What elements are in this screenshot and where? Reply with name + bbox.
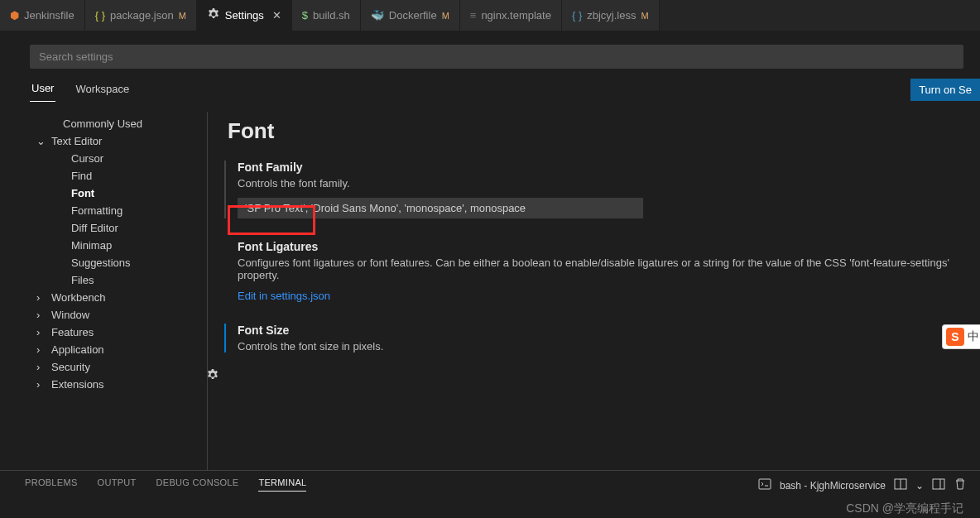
tab-settings[interactable]: Settings ✕ [197,0,292,31]
chevron-right-icon: › [36,291,48,304]
gear-icon [207,7,220,23]
tab-label: Settings [225,9,264,22]
setting-title: Font Size [238,324,980,337]
tab-dockerfile[interactable]: 🐳 Dockerfile M [361,0,460,31]
toc-extensions[interactable]: ›Extensions [30,376,207,393]
toc-suggestions[interactable]: Suggestions [30,254,207,271]
tab-nginx-template[interactable]: ≡ nginx.template [460,0,562,31]
chevron-down-icon[interactable]: ⌄ [915,480,924,492]
chevron-right-icon: › [36,343,48,356]
panel-tab-output[interactable]: OUTPUT [98,477,137,491]
toc-window[interactable]: ›Window [30,306,207,324]
json-icon: { } [95,9,105,22]
toc-files[interactable]: Files [30,271,207,289]
tab-label: zbjcyj.less [587,9,636,22]
modified-badge: M [442,11,449,21]
toc-security[interactable]: ›Security [30,358,207,376]
config-icon: ≡ [470,9,477,22]
toc-cursor[interactable]: Cursor [30,150,207,167]
chevron-down-icon: ⌄ [36,135,48,147]
chevron-right-icon: › [36,361,48,373]
modified-badge: M [179,11,186,21]
settings-toc[interactable]: Commonly Used ⌄Text Editor Cursor Find F… [30,112,208,489]
toc-commonly-used[interactable]: Commonly Used [30,115,207,132]
setting-title: Font Ligatures [238,240,980,253]
toc-minimap[interactable]: Minimap [30,237,207,254]
tab-label: package.json [110,9,174,22]
edit-in-settings-json-link[interactable]: Edit in settings.json [238,290,980,302]
split-terminal-icon[interactable] [894,477,907,493]
bottom-panel: PROBLEMS OUTPUT DEBUG CONSOLE TERMINAL b… [0,470,980,518]
setting-description: Controls the font size in pixels. [238,340,980,353]
settings-editor: User Workspace Turn on Se Commonly Used … [0,31,980,489]
font-family-input[interactable] [238,198,643,218]
less-icon: { } [572,9,582,22]
svg-rect-0 [759,479,771,489]
setting-gear-icon[interactable] [208,368,219,384]
svg-rect-3 [933,479,944,489]
toc-font[interactable]: Font [30,185,207,202]
tab-build-sh[interactable]: $ build.sh [292,0,361,31]
settings-sync-button[interactable]: Turn on Se [910,79,980,101]
settings-scope-tabs: User Workspace Turn on Se [30,77,980,102]
terminal-name[interactable]: bash - KjghMicroservice [780,480,886,492]
panel-tab-problems[interactable]: PROBLEMS [25,477,78,491]
scope-workspace-tab[interactable]: Workspace [74,78,131,102]
toc-features[interactable]: ›Features [30,324,207,341]
setting-description: Configures font ligatures or font featur… [238,257,980,281]
shell-icon: $ [302,9,308,22]
toc-find[interactable]: Find [30,167,207,185]
tab-label: Dockerfile [389,9,437,22]
setting-description: Controls the font family. [238,177,980,189]
chevron-right-icon: › [36,326,48,338]
toc-formatting[interactable]: Formatting [30,202,207,219]
docker-icon: 🐳 [371,9,384,22]
modified-badge: M [641,11,649,21]
trash-icon[interactable] [954,477,967,493]
setting-font-ligatures: Font Ligatures Configures font ligatures… [224,240,980,302]
settings-content: Font Font Family Controls the font famil… [208,112,980,489]
scope-user-tab[interactable]: User [30,77,55,102]
toc-diff-editor[interactable]: Diff Editor [30,219,207,237]
file-icon: ⬢ [10,9,19,22]
ime-indicator[interactable]: S 中 [942,324,980,349]
toc-text-editor[interactable]: ⌄Text Editor [30,132,207,150]
section-heading: Font [228,118,980,144]
terminal-icon [758,477,771,493]
chevron-right-icon: › [36,309,48,321]
tab-label: Jenkinsfile [24,9,74,22]
panel-tab-terminal[interactable]: TERMINAL [258,477,306,492]
setting-font-family: Font Family Controls the font family. [224,161,980,218]
editor-tabbar: ⬢ Jenkinsfile { } package.json M Setting… [0,0,980,31]
ime-badge: S [946,328,964,346]
settings-search-bar [30,45,980,69]
watermark-text: CSDN @学亮编程手记 [846,501,963,516]
setting-title: Font Family [238,161,980,174]
settings-search-input[interactable] [30,45,963,69]
setting-font-size: Font Size Controls the font size in pixe… [224,324,980,353]
tab-label: build.sh [313,9,350,22]
tab-jenkinsfile[interactable]: ⬢ Jenkinsfile [0,0,85,31]
close-icon[interactable]: ✕ [272,9,281,22]
chevron-right-icon: › [36,378,48,391]
tab-label: nginx.template [481,9,551,22]
toc-workbench[interactable]: ›Workbench [30,289,207,306]
panel-layout-icon[interactable] [932,477,945,493]
panel-tab-debug-console[interactable]: DEBUG CONSOLE [156,477,239,491]
tab-package-json[interactable]: { } package.json M [85,0,197,31]
ime-mode: 中 [968,329,979,344]
tab-zbjcyj-less[interactable]: { } zbjcyj.less M [562,0,660,31]
toc-application[interactable]: ›Application [30,341,207,358]
